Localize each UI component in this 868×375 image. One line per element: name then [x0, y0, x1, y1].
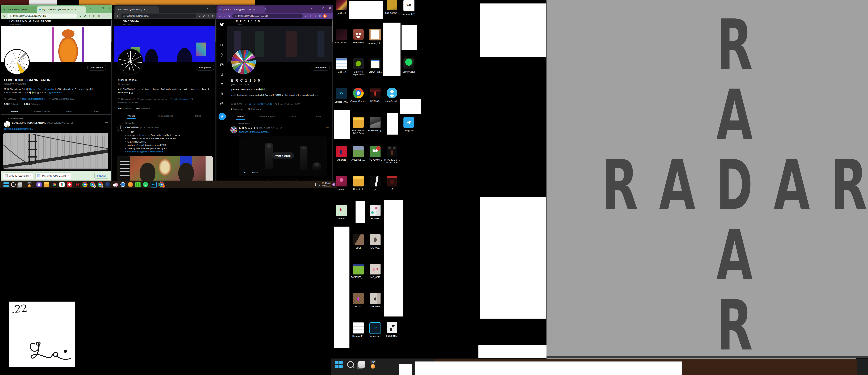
- task-view-icon[interactable]: [358, 361, 365, 368]
- weather-widget[interactable]: 80°: [25, 182, 34, 187]
- followers-count[interactable]: 2,106: [24, 103, 30, 105]
- file-explorer-icon[interactable]: [44, 182, 49, 187]
- desktop-icon[interactable]: Untitled-1: [333, 58, 350, 73]
- tweet-video-player[interactable]: Watch again 0:00 179 views: [239, 136, 327, 177]
- desktop-icon[interactable]: BasquiatP...: [350, 322, 367, 338]
- tab-search-chevron-icon[interactable]: ⌄: [310, 7, 312, 9]
- back-arrow-icon[interactable]: ←: [3, 21, 6, 24]
- reload-icon[interactable]: ↻: [3, 14, 6, 18]
- fl-studio-icon[interactable]: [128, 182, 133, 187]
- edit-profile-button[interactable]: Edit profile: [311, 65, 330, 70]
- search-icon[interactable]: [11, 182, 16, 187]
- display-icon[interactable]: [312, 183, 316, 186]
- tab-tweets-replies[interactable]: Tweets & replies: [148, 113, 182, 119]
- chevron-up-icon[interactable]: ⌃: [30, 175, 32, 177]
- tab-active[interactable]: (2) E R C 1 1 5 5 (@ERC1155_GA_ ✕: [218, 6, 266, 13]
- desktop-icon[interactable]: unnamed: [333, 146, 350, 161]
- desktop-icon[interactable]: desktop_19....: [367, 29, 383, 44]
- website-link[interactable]: opensea.io/collection/e-r...: [22, 98, 46, 100]
- tweet-link[interactable]: foundation.app/@OMCOMMA/omcom...: [125, 150, 212, 153]
- tweet-avatar[interactable]: [230, 126, 238, 134]
- chrome-icon[interactable]: [82, 182, 88, 187]
- tab-tweets[interactable]: Tweets: [227, 114, 253, 120]
- speaker-icon[interactable]: ◁): [317, 183, 320, 186]
- tab-search-chevron-icon[interactable]: ⌄: [90, 7, 92, 9]
- new-tab-button[interactable]: +: [85, 7, 87, 10]
- address-bar[interactable]: twitter.com/LOVEBEINGWORLD: [7, 13, 77, 18]
- tab-active[interactable]: (5) LOVEBEING | GIANNI ARON ✕: [37, 6, 86, 13]
- slack-icon[interactable]: [59, 182, 65, 187]
- edit-profile-button[interactable]: Edit profile: [196, 65, 214, 70]
- back-arrow-icon[interactable]: ←: [117, 21, 120, 24]
- desktop-icon[interactable]: Drawlf-Patt...: [367, 58, 383, 73]
- share-icon[interactable]: ↗: [83, 14, 87, 18]
- profile-avatar-pinwheel[interactable]: IMPOSSIBLE: [231, 49, 256, 75]
- chrome-profile-skull-icon[interactable]: ☠: [90, 182, 95, 187]
- cinema4d-icon[interactable]: [105, 182, 111, 187]
- sidebar-icon[interactable]: ▯: [318, 14, 321, 18]
- tab-tweets-replies[interactable]: Tweets & replies: [28, 108, 56, 115]
- desktop-icon[interactable]: GeForce Experience: [350, 58, 367, 76]
- close-button[interactable]: ✕: [329, 7, 331, 9]
- desktop-icon[interactable]: Remotix 6: [350, 176, 367, 191]
- extensions-puzzle-icon[interactable]: ⬡: [93, 14, 96, 18]
- desktop-icon[interactable]: IMG_9072(E...: [384, 0, 400, 14]
- tab-likes[interactable]: Likes: [83, 108, 111, 115]
- desktop-icon[interactable]: SpotifySetup: [401, 58, 417, 73]
- new-tab-button[interactable]: +: [265, 7, 267, 10]
- tweet-image-collage[interactable]: [117, 156, 213, 181]
- search-icon[interactable]: [347, 361, 354, 368]
- like-icon[interactable]: ♡: [294, 178, 297, 181]
- shield-m-app-icon[interactable]: [75, 182, 80, 187]
- edit-profile-button[interactable]: Edit profile: [87, 65, 106, 70]
- website-link[interactable]: linktr.ee/omcom...: [173, 98, 189, 100]
- search-icon[interactable]: [220, 43, 224, 47]
- tab-active[interactable]: OMCOMMA (@omcomma) / X ✕: [115, 6, 159, 13]
- sidebar-icon[interactable]: ▯: [97, 14, 100, 18]
- desktop-icon[interactable]: HOMES: [367, 205, 383, 220]
- share-icon[interactable]: ↗: [309, 14, 312, 18]
- desktop-icon[interactable]: nft: [384, 176, 400, 191]
- tweet-author[interactable]: LOVEBEING | GIANNI ARONE: [12, 122, 46, 124]
- followers-label[interactable]: Followers: [251, 108, 261, 111]
- tab-inactive[interactable]: IS YOUR BASE? - lovebei ✕: [1, 6, 39, 13]
- new-tab-button[interactable]: +: [158, 7, 160, 10]
- followers-count[interactable]: 128: [246, 108, 250, 111]
- address-bar[interactable]: twitter.com/omcomma: [121, 13, 196, 18]
- following-count[interactable]: 1,222: [4, 103, 10, 105]
- weather-widget[interactable]: 80°: [369, 360, 376, 369]
- back-icon[interactable]: ←: [218, 14, 221, 18]
- desktop-icon[interactable]: gn: [367, 176, 383, 191]
- followers-count[interactable]: 365: [136, 107, 140, 110]
- profile-avatar[interactable]: E: [323, 14, 327, 18]
- close-button[interactable]: ✕: [108, 7, 110, 9]
- minimize-button[interactable]: –: [317, 7, 318, 9]
- desktop-icon[interactable]: IMG_6277: [367, 264, 383, 279]
- desktop-icon[interactable]: walt_disney...: [333, 29, 350, 44]
- forward-icon[interactable]: →: [223, 14, 226, 18]
- more-circle-icon[interactable]: [220, 102, 224, 105]
- following-label[interactable]: Following: [123, 107, 132, 110]
- maximize-button[interactable]: ▢: [102, 7, 104, 9]
- minimize-button[interactable]: –: [213, 7, 214, 9]
- tweet-more-icon[interactable]: •••: [326, 126, 329, 129]
- topics-flame-icon[interactable]: [220, 82, 224, 86]
- tray-chevron-icon[interactable]: ⌃: [308, 183, 310, 186]
- download-icon[interactable]: ↧: [304, 14, 307, 18]
- desktop-icon[interactable]: FreeWallet: [350, 29, 367, 44]
- bio-link[interactable]: linktr.ee/lovebeingglobal: [30, 88, 54, 90]
- community-text[interactable]: Community: [121, 98, 132, 100]
- desktop-icon[interactable]: JumpDeskt...: [384, 88, 400, 103]
- following-label[interactable]: Following: [11, 103, 20, 105]
- followers-label[interactable]: Followers: [31, 103, 40, 105]
- tweet-author[interactable]: E R C 1 1 5 5: [239, 126, 258, 129]
- website-link[interactable]: https://t.co/gBHU7ynEdD: [249, 103, 272, 105]
- twitter-bird-icon[interactable]: [220, 22, 224, 27]
- background-orange-titlebar[interactable]: [79, 0, 255, 5]
- chrome-profile-e-active-icon[interactable]: E: [159, 182, 164, 187]
- download-item[interactable]: IMG_0347_OMCO....jpg ⌃: [35, 173, 71, 179]
- reply-icon[interactable]: ◌: [241, 178, 242, 181]
- background-window-tab-light[interactable]: [29, 0, 57, 5]
- desktop-icon[interactable]: HUNTING-...: [367, 88, 383, 103]
- desktop-icon[interactable]: Untitled-2: [333, 0, 350, 14]
